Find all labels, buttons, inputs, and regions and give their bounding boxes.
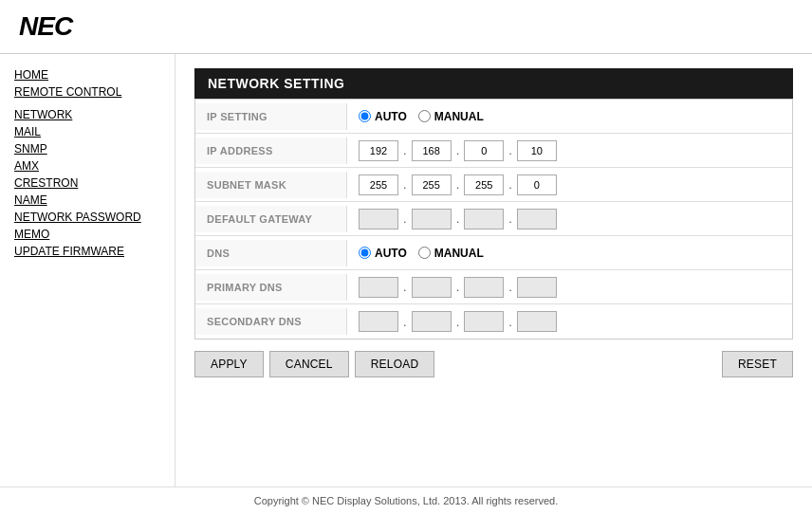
sidebar-link-update-firmware[interactable]: UPDATE FIRMWARE	[14, 245, 160, 258]
row-ip-setting: IP SETTINGAUTOMANUAL	[195, 100, 792, 134]
sidebar-link-home[interactable]: HOME	[14, 68, 160, 82]
dot-separator: .	[456, 280, 460, 294]
ip-octet-3-ip-address[interactable]	[464, 140, 504, 161]
ip-octet-2-default-gateway[interactable]	[412, 209, 452, 229]
radio-ip-setting-auto[interactable]	[359, 110, 371, 122]
radio-label-manual: MANUAL	[434, 110, 484, 123]
dot-separator: .	[403, 211, 407, 226]
dot-separator: .	[456, 315, 460, 329]
content-area: NETWORK SETTING IP SETTINGAUTOMANUALIP A…	[175, 54, 812, 486]
content-ip-setting: AUTOMANUAL	[347, 104, 792, 129]
ip-octet-1-secondary-dns[interactable]	[359, 311, 398, 332]
label-dns: DNS	[195, 240, 347, 266]
label-subnet-mask: SUBNET MASK	[195, 172, 347, 198]
row-default-gateway: DEFAULT GATEWAY...	[195, 202, 792, 236]
sidebar-link-crestron[interactable]: CRESTRON	[14, 176, 160, 190]
ip-octet-1-ip-address[interactable]	[359, 140, 398, 161]
ip-octet-3-secondary-dns[interactable]	[464, 311, 504, 332]
reset-button[interactable]: RESET	[722, 351, 793, 377]
ip-octet-4-subnet-mask[interactable]	[517, 174, 557, 195]
ip-octet-1-primary-dns[interactable]	[359, 277, 398, 298]
ip-octet-2-ip-address[interactable]	[412, 140, 452, 161]
dot-separator: .	[403, 280, 407, 294]
cancel-button[interactable]: CANCEL	[269, 351, 349, 377]
row-ip-address: IP ADDRESS...	[195, 134, 792, 168]
radio-ip-setting-manual[interactable]	[418, 110, 431, 122]
dot-separator: .	[456, 143, 460, 157]
action-buttons-left: APPLY CANCEL RELOAD	[194, 351, 434, 377]
content-primary-dns: ...	[347, 271, 792, 303]
dot-separator: .	[508, 177, 512, 192]
content-default-gateway: ...	[347, 203, 792, 235]
dot-separator: .	[403, 315, 407, 329]
label-ip-address: IP ADDRESS	[195, 138, 347, 164]
ip-octet-3-default-gateway[interactable]	[464, 209, 504, 229]
ip-octet-2-primary-dns[interactable]	[412, 277, 452, 298]
content-ip-address: ...	[347, 135, 792, 167]
radio-dns-auto[interactable]	[359, 247, 371, 259]
ip-octet-3-primary-dns[interactable]	[464, 277, 504, 298]
ip-octet-4-secondary-dns[interactable]	[517, 311, 557, 332]
reload-button[interactable]: RELOAD	[355, 351, 435, 377]
main-container: HOMEREMOTE CONTROLNETWORKMAILSNMPAMXCRES…	[0, 54, 812, 486]
ip-octet-4-default-gateway[interactable]	[517, 209, 557, 229]
radio-group-ip-setting: AUTOMANUAL	[359, 110, 484, 123]
sidebar-link-name[interactable]: NAME	[14, 193, 160, 207]
ip-octet-2-secondary-dns[interactable]	[412, 311, 452, 332]
sidebar-link-network-password[interactable]: NETWORK PASSWORD	[14, 211, 160, 224]
dot-separator: .	[456, 177, 460, 192]
radio-option-manual[interactable]: MANUAL	[418, 110, 484, 123]
row-dns: DNSAUTOMANUAL	[195, 236, 792, 270]
sidebar-link-remote-control[interactable]: REMOTE CONTROL	[14, 85, 160, 99]
ip-octet-4-ip-address[interactable]	[517, 140, 557, 161]
row-primary-dns: PRIMARY DNS...	[195, 270, 792, 304]
row-subnet-mask: SUBNET MASK...	[195, 168, 792, 202]
sidebar-link-mail[interactable]: MAIL	[14, 125, 160, 138]
radio-option-auto[interactable]: AUTO	[359, 247, 407, 260]
row-secondary-dns: SECONDARY DNS...	[195, 304, 792, 339]
settings-table: IP SETTINGAUTOMANUALIP ADDRESS...SUBNET …	[194, 99, 793, 340]
content-subnet-mask: ...	[347, 169, 792, 201]
content-dns: AUTOMANUAL	[347, 241, 792, 266]
footer-text: Copyright © NEC Display Solutions, Ltd. …	[254, 495, 559, 506]
footer: Copyright © NEC Display Solutions, Ltd. …	[0, 486, 812, 514]
ip-octet-3-subnet-mask[interactable]	[464, 174, 504, 195]
radio-label-auto: AUTO	[375, 110, 407, 123]
label-ip-setting: IP SETTING	[195, 103, 347, 130]
dot-separator: .	[508, 211, 512, 226]
radio-option-auto[interactable]: AUTO	[359, 110, 407, 123]
sidebar-link-network[interactable]: NETWORK	[14, 108, 160, 121]
sidebar-link-memo[interactable]: MEMO	[14, 228, 160, 241]
ip-octet-2-subnet-mask[interactable]	[412, 174, 452, 195]
sidebar-link-snmp[interactable]: SNMP	[14, 142, 160, 156]
header: NEC	[0, 0, 812, 54]
ip-octet-1-default-gateway[interactable]	[359, 209, 398, 229]
label-default-gateway: DEFAULT GATEWAY	[195, 206, 347, 232]
dot-separator: .	[508, 280, 512, 294]
page-title: NETWORK SETTING	[194, 68, 793, 99]
radio-label-manual: MANUAL	[434, 247, 484, 260]
dot-separator: .	[508, 143, 512, 157]
dot-separator: .	[403, 177, 407, 192]
dot-separator: .	[508, 315, 512, 329]
content-secondary-dns: ...	[347, 305, 792, 338]
apply-button[interactable]: APPLY	[194, 351, 264, 377]
label-secondary-dns: SECONDARY DNS	[195, 308, 347, 335]
ip-octet-4-primary-dns[interactable]	[517, 277, 557, 298]
sidebar-link-amx[interactable]: AMX	[14, 159, 160, 173]
dot-separator: .	[456, 211, 460, 226]
sidebar: HOMEREMOTE CONTROLNETWORKMAILSNMPAMXCRES…	[0, 54, 175, 486]
radio-group-dns: AUTOMANUAL	[359, 247, 484, 260]
nec-logo: NEC	[19, 11, 793, 42]
radio-label-auto: AUTO	[375, 247, 407, 260]
radio-dns-manual[interactable]	[418, 247, 431, 259]
radio-option-manual[interactable]: MANUAL	[418, 247, 484, 260]
label-primary-dns: PRIMARY DNS	[195, 274, 347, 301]
ip-octet-1-subnet-mask[interactable]	[359, 174, 398, 195]
action-buttons: APPLY CANCEL RELOAD RESET	[194, 340, 793, 389]
dot-separator: .	[403, 143, 407, 157]
